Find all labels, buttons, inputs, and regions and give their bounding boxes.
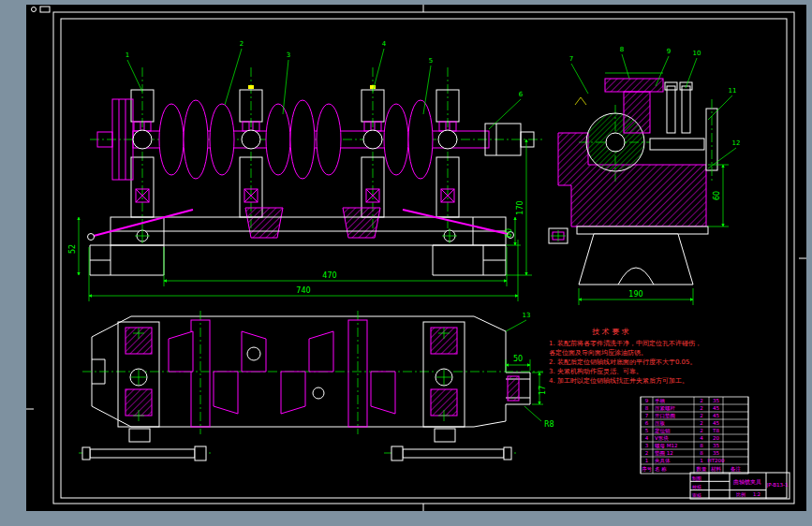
bom-cell: 2 <box>700 420 703 426</box>
callout-balloon: 6 <box>519 91 524 98</box>
callout-balloon: 4 <box>382 40 387 48</box>
bom-cell: 4 <box>645 435 649 441</box>
notes-line: 2. 装配后定位销轴线对底面的平行度不大于0.05。 <box>549 358 697 366</box>
bom-cell: HT200 <box>708 458 725 463</box>
callout-balloon: 8 <box>620 46 624 53</box>
callout-balloon: 1 <box>125 51 129 59</box>
title-scale-label: 比例 <box>736 491 746 498</box>
clamp-mark <box>370 85 376 89</box>
clamp-column-section <box>624 92 650 133</box>
pedestal-plate <box>577 226 708 234</box>
v-block-saddle <box>343 208 380 238</box>
pedestal-foot <box>579 234 693 285</box>
bom-cell: 开口垫圈 <box>655 413 675 419</box>
bom-cell: 6 <box>645 420 649 426</box>
title-drawing-name: 曲轴铣夹具 <box>733 478 761 486</box>
bom-cell: 压板 <box>655 420 666 426</box>
callout-balloon: 13 <box>523 312 531 319</box>
dim-front-total-width: 740 <box>296 286 310 295</box>
bom-cell: 9 <box>645 398 649 403</box>
bom-cell: 5 <box>645 428 649 433</box>
bom-cell: 35 <box>713 443 719 448</box>
stud-bolt <box>667 86 675 133</box>
dim-section-body-height: 60 <box>713 191 721 200</box>
callout-balloon: 7 <box>569 55 573 63</box>
bom-cell: 1 <box>700 458 703 463</box>
bom-cell: 2 <box>700 413 703 418</box>
bom-cell: 45 <box>713 413 719 418</box>
title-role-2: 校核 <box>691 484 701 489</box>
bom-header-cell: 序号 <box>642 466 653 473</box>
bom-cell: 4 <box>700 435 703 441</box>
bom-cell: 7 <box>645 413 649 418</box>
bom-cell: 螺母 M12 <box>655 443 678 448</box>
bom-header-cell: 材料 <box>710 466 722 473</box>
stud-bolt <box>682 86 690 133</box>
bom-cell: 45 <box>713 420 719 426</box>
title-role-3: 审核 <box>692 492 701 498</box>
bom-header-cell: 名 称 <box>655 466 667 472</box>
title-drawing-number: JP-B13-1 <box>766 482 789 489</box>
bom-cell: 手柄 <box>655 398 666 404</box>
title-scale-value: 1:2 <box>753 491 760 497</box>
bom-cell: V形块 <box>655 435 669 441</box>
bom-cell: 8 <box>700 443 703 448</box>
bom-header-cell: 备注 <box>731 466 742 472</box>
dim-plan-tongue-width: 50 <box>513 355 523 363</box>
callout-balloon: 9 <box>667 48 671 55</box>
bom-cell: 45 <box>713 405 719 411</box>
bom-cell: 2 <box>700 405 703 411</box>
cross-rod <box>650 139 704 150</box>
notes-line: 4. 加工时以定位销轴线找正并夹紧后方可加工。 <box>549 376 688 385</box>
notes-title: 技 术 要 求 <box>591 328 629 336</box>
bom-cell: 8 <box>645 405 649 411</box>
bom-header-cell: 数量 <box>697 466 708 472</box>
bom-cell: 2 <box>700 428 703 433</box>
dim-front-left-height: 52 <box>68 244 77 254</box>
bom-cell: 压紧螺杆 <box>655 405 676 411</box>
dim-section-base-width: 190 <box>628 290 642 299</box>
bom-cell: 2 <box>645 450 649 456</box>
bom-cell: 35 <box>713 398 719 403</box>
bom-cell: 35 <box>713 450 719 456</box>
v-block-saddle <box>245 208 283 238</box>
callout-balloon: 11 <box>729 87 737 95</box>
dim-front-base-height: 60 <box>505 228 513 238</box>
bom-cell: 夹具体 <box>655 458 671 463</box>
cad-drawing-canvas: 470 740 52 60 170 <box>0 0 812 526</box>
cad-viewer-background: 470 740 52 60 170 <box>0 0 812 526</box>
bom-cell: 8 <box>700 450 703 456</box>
bom-cell: 3 <box>645 443 649 448</box>
bom-cell: 2 <box>700 398 703 403</box>
dim-plan-tongue-height: 17 <box>539 386 547 395</box>
dim-front-right-height: 170 <box>516 200 524 214</box>
bom-cell: 垫圈 12 <box>655 450 673 457</box>
bom-cell: T8 <box>712 428 719 433</box>
bom-cell: 1 <box>645 458 649 463</box>
callout-balloon: 3 <box>287 51 290 59</box>
drawing-sheet <box>26 5 806 511</box>
dim-plan-radius: R8 <box>544 420 554 429</box>
bom-cell: 20 <box>713 435 719 441</box>
notes-line: 各定位面及导向面均应涂油防锈。 <box>549 348 647 357</box>
callout-balloon: 2 <box>240 40 244 48</box>
callout-balloon: 12 <box>732 139 741 147</box>
notes-line: 3. 夹紧机构动作应灵活、可靠。 <box>549 367 642 375</box>
callout-balloon: 10 <box>693 50 701 57</box>
tongue-insert <box>508 376 519 401</box>
dim-front-width: 470 <box>322 271 336 280</box>
clamp-plate-section <box>605 79 663 92</box>
notes-line: 1. 装配前将各零件清洗干净，中间定位孔不许碰伤， <box>549 340 701 347</box>
bom-cell: 定位销 <box>655 428 671 434</box>
clamp-mark <box>248 85 254 89</box>
title-role-1: 制图 <box>692 475 701 482</box>
callout-balloon: 5 <box>429 57 433 65</box>
